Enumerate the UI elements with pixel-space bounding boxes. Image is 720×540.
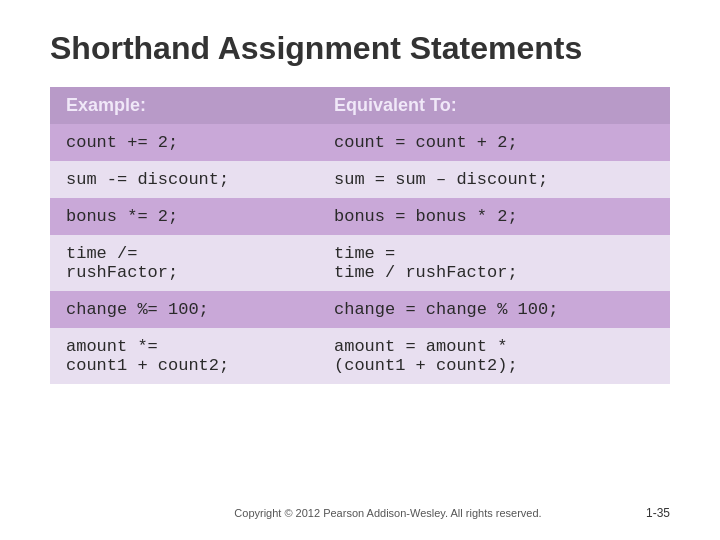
table-row: bonus *= 2;bonus = bonus * 2; [50, 198, 670, 235]
table-header-row: Example: Equivalent To: [50, 87, 670, 124]
equivalent-cell: count = count + 2; [318, 124, 670, 161]
table-row: change %= 100;change = change % 100; [50, 291, 670, 328]
table-row: count += 2;count = count + 2; [50, 124, 670, 161]
example-header: Example: [50, 87, 318, 124]
table-row: amount *= count1 + count2;amount = amoun… [50, 328, 670, 384]
equivalent-cell: change = change % 100; [318, 291, 670, 328]
equivalent-cell: amount = amount * (count1 + count2); [318, 328, 670, 384]
example-cell: bonus *= 2; [50, 198, 318, 235]
table-row: time /= rushFactor;time = time / rushFac… [50, 235, 670, 291]
table-row: sum -= discount;sum = sum – discount; [50, 161, 670, 198]
example-cell: amount *= count1 + count2; [50, 328, 318, 384]
table-container: Example: Equivalent To: count += 2;count… [50, 87, 670, 496]
page-title: Shorthand Assignment Statements [50, 30, 670, 67]
assignments-table: Example: Equivalent To: count += 2;count… [50, 87, 670, 384]
slide: Shorthand Assignment Statements Example:… [0, 0, 720, 540]
footer: Copyright © 2012 Pearson Addison-Wesley.… [50, 506, 670, 520]
copyright-text: Copyright © 2012 Pearson Addison-Wesley.… [130, 507, 646, 519]
page-number: 1-35 [646, 506, 670, 520]
example-cell: time /= rushFactor; [50, 235, 318, 291]
equivalent-cell: time = time / rushFactor; [318, 235, 670, 291]
example-cell: sum -= discount; [50, 161, 318, 198]
example-cell: change %= 100; [50, 291, 318, 328]
equivalent-header: Equivalent To: [318, 87, 670, 124]
example-cell: count += 2; [50, 124, 318, 161]
equivalent-cell: bonus = bonus * 2; [318, 198, 670, 235]
equivalent-cell: sum = sum – discount; [318, 161, 670, 198]
